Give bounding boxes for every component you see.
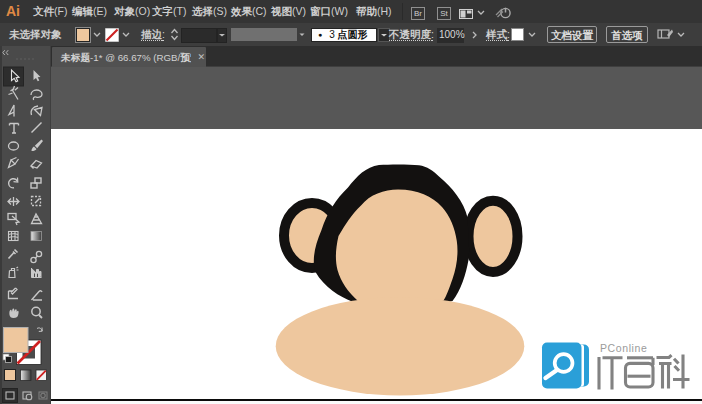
svg-text:PConline: PConline <box>600 342 647 354</box>
